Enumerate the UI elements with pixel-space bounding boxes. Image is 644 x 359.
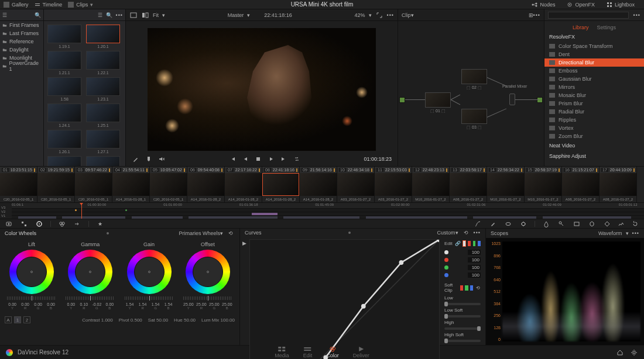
val-y[interactable]: 100 [468,250,481,255]
waveform-select[interactable]: Waveform [598,230,622,236]
image-wipe-icon[interactable] [129,11,138,19]
still-thumbnail[interactable]: 1.27.1 [86,130,120,154]
node-output[interactable] [537,97,543,103]
clip-thumbnail[interactable]: 0219:21:59:15C20_2016-02-05_1 [37,167,75,202]
scopes-options-icon[interactable]: ••• [632,230,639,236]
prev-clip-icon[interactable] [228,155,237,163]
fx-item[interactable]: Gaussian Blur [544,75,644,83]
fx-search-input[interactable] [548,12,629,19]
star-icon[interactable]: ★ [96,220,104,228]
reset-wheels-icon[interactable]: ⟲ [227,229,235,237]
fx-item[interactable]: Ripples [544,116,644,124]
still-thumbnail[interactable]: 1.19.1 [47,25,81,49]
playhead[interactable] [81,203,82,219]
timeline-button[interactable]: Timeline [43,2,63,8]
val-g[interactable]: 100 [468,265,481,270]
still-thumbnail[interactable] [47,156,81,166]
ch-b[interactable] [478,241,481,246]
clip-thumbnail[interactable]: 1520:58:37:19M10_2016-01-27_2 [525,167,562,202]
reset-softclip-icon[interactable]: ⟲ [475,284,481,292]
gallery-folder[interactable]: Daylight [0,46,43,54]
node-01[interactable]: ⬚01⬚ [425,92,451,113]
fx-item[interactable]: Color Space Transform [544,42,644,50]
window-icon[interactable] [504,220,512,228]
3d-icon[interactable] [588,220,596,228]
play-icon[interactable] [267,155,275,163]
clip-thumbnail[interactable]: 1720:44:10:09A08_2016-01-27_2 [600,167,637,202]
clip-thumbnail[interactable]: 1022:46:34:18A03_2016-01-27_2 [337,167,375,202]
split-icon[interactable] [141,11,149,19]
custom-select[interactable]: Custom [437,230,455,236]
still-thumbnail[interactable]: 1.58 [47,77,81,101]
node-input[interactable] [399,97,405,103]
clip-thumbnail[interactable]: 1322:03:58:17A08_2016-01-27_2 [450,167,487,202]
still-thumbnail[interactable]: 1.26.1 [47,130,81,154]
chevron-down-icon[interactable]: ▾ [411,12,414,18]
color-wheel-offset[interactable]: Offset25.0025.0025.0025.00YRGB [180,241,236,310]
fx-item[interactable]: Mosaic Blur [544,91,644,99]
master-label[interactable]: Master [228,12,244,18]
node-02[interactable]: ⬚02⬚ [461,69,487,90]
chevron-down-icon[interactable]: ▾ [220,230,223,236]
still-thumbnail[interactable]: 1.25.1 [86,103,120,127]
fit-select[interactable]: Fit [153,12,159,18]
blur-icon[interactable] [542,220,550,228]
loop-icon[interactable] [293,155,301,163]
still-thumbnail[interactable]: 1.21.1 [47,51,81,75]
stop-icon[interactable] [254,155,262,163]
step-back-icon[interactable] [241,155,249,163]
sc-r[interactable] [460,285,464,291]
keyframe-icon[interactable] [603,220,611,228]
curves-options-icon[interactable]: ••• [474,230,481,236]
chevron-down-icon[interactable]: ▾ [455,230,458,236]
tab-library[interactable]: Library [573,25,589,30]
gallery-checkbox[interactable] [4,2,9,8]
clip-thumbnail[interactable]: 1122:15:53:03A03_2016-01-27_2 [375,167,412,202]
nodes-button[interactable]: Nodes [540,2,555,8]
page-1[interactable]: 1 [14,316,21,323]
search-icon[interactable]: 🔍 [35,12,41,18]
clip-thumbnail[interactable]: 0110:23:51:15C20_2016-02-05_1 [0,167,37,202]
chevron-down-icon[interactable]: ▾ [162,12,165,18]
highsoft-slider[interactable] [444,340,481,342]
sc-y[interactable] [455,285,458,291]
val-b[interactable]: 100 [468,272,481,278]
scopes-toggle-icon[interactable] [617,220,625,228]
page-deliver[interactable]: Deliver [353,346,369,358]
color-match-icon[interactable] [20,220,28,228]
reset-icon[interactable] [631,220,639,228]
chevron-down-icon[interactable]: ▾ [90,2,93,8]
page-media[interactable]: Media [275,346,289,358]
rgb-mixer-icon[interactable] [58,220,66,228]
chevron-down-icon[interactable]: ▾ [369,12,372,18]
timeline-panel[interactable]: V3 V2 V1 01:06:101:00:30:0001:01:00:0001… [0,202,644,219]
primaries-select[interactable]: Primaries Wheels [179,230,220,236]
reset-curves-icon[interactable]: ⟲ [462,229,470,237]
parallel-mixer-node[interactable] [509,94,515,105]
clip-thumbnail[interactable]: 1422:56:34:22M10_2016-01-27_2 [487,167,525,202]
stills-options-icon[interactable]: ••• [116,12,123,18]
timeline-ruler[interactable]: 01:06:101:00:30:0001:01:00:0001:01:36:18… [12,203,644,208]
page-edit[interactable]: Edit [303,346,313,358]
fx-item[interactable]: Mirrors [544,83,644,91]
picker-icon[interactable] [132,155,140,163]
fx-item[interactable]: Directional Blur [544,58,644,67]
viewer-options-icon[interactable]: ••• [387,12,394,18]
curves-icon[interactable] [474,220,482,228]
ch-r[interactable] [468,241,471,246]
node-03[interactable]: ⬚03⬚ [461,109,487,130]
chevron-down-icon[interactable]: ▾ [626,230,629,236]
gallery-folder[interactable]: PowerGrade 1 [0,62,43,70]
color-wheel-lift[interactable]: Lift0.000.000.000.00YRGB [4,241,60,310]
gallery-folder[interactable]: First Frames [0,21,43,29]
lightbox-button[interactable]: Lightbox [615,2,635,8]
qualifier-icon[interactable] [489,220,497,228]
clip-strip[interactable]: 0110:23:51:15C20_2016-02-05_10219:21:59:… [0,166,644,202]
fx-item[interactable]: Radial Blur [544,108,644,116]
curve-page-dot[interactable] [348,232,351,234]
clip-thumbnail[interactable]: 0421:55:54:11A14_2016-01-28_1 [112,167,150,202]
sc-b[interactable] [470,285,474,291]
home-icon[interactable] [616,348,624,357]
sc-g[interactable] [465,285,468,291]
expand-icon[interactable] [375,11,383,19]
